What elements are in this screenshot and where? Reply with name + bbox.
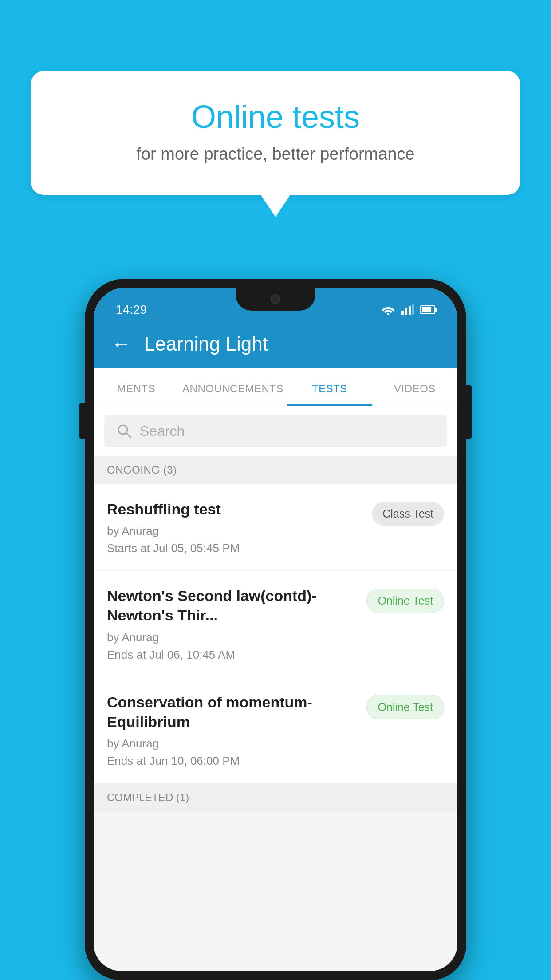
battery-icon bbox=[420, 305, 435, 314]
test-date: Ends at Jun 10, 06:00 PM bbox=[107, 754, 358, 768]
phone-frame: 14:29 bbox=[85, 279, 466, 980]
bubble-subtitle: for more practice, better performance bbox=[67, 145, 484, 164]
app-bar: ← Learning Light bbox=[94, 320, 457, 368]
test-by: by Anurag bbox=[107, 737, 358, 751]
test-list: Reshuffling test by Anurag Starts at Jul… bbox=[94, 484, 457, 783]
ongoing-section-header: ONGOING (3) bbox=[94, 456, 457, 484]
search-bar[interactable]: Search bbox=[104, 415, 447, 447]
phone-outer: 14:29 bbox=[85, 279, 466, 980]
wifi-icon bbox=[381, 304, 395, 315]
search-placeholder: Search bbox=[140, 423, 185, 439]
completed-section-header: COMPLETED (1) bbox=[94, 783, 457, 812]
status-icons bbox=[381, 301, 435, 315]
tab-announcements[interactable]: ANNOUNCEMENTS bbox=[179, 368, 287, 406]
bubble-title: Online tests bbox=[67, 98, 484, 136]
app-title: Learning Light bbox=[144, 333, 268, 355]
speech-bubble: Online tests for more practice, better p… bbox=[31, 71, 520, 195]
test-name: Conservation of momentum-Equilibrium bbox=[107, 692, 358, 731]
test-item[interactable]: Newton's Second law(contd)-Newton's Thir… bbox=[94, 571, 457, 677]
test-name: Newton's Second law(contd)-Newton's Thir… bbox=[107, 586, 358, 625]
search-container: Search bbox=[94, 406, 457, 456]
tabs-container: MENTS ANNOUNCEMENTS TESTS VIDEOS bbox=[94, 368, 457, 406]
tab-tests[interactable]: TESTS bbox=[287, 368, 372, 406]
tab-videos[interactable]: VIDEOS bbox=[372, 368, 457, 406]
speech-bubble-container: Online tests for more practice, better p… bbox=[31, 71, 520, 195]
test-badge-online-2: Online Test bbox=[366, 695, 444, 719]
test-info: Newton's Second law(contd)-Newton's Thir… bbox=[107, 586, 366, 661]
phone-notch bbox=[236, 288, 315, 311]
svg-line-6 bbox=[126, 433, 131, 438]
svg-rect-4 bbox=[412, 304, 414, 315]
test-name: Reshuffling test bbox=[107, 499, 363, 519]
tab-ments[interactable]: MENTS bbox=[94, 368, 179, 406]
test-info: Reshuffling test by Anurag Starts at Jul… bbox=[107, 499, 372, 555]
front-camera bbox=[271, 294, 280, 304]
svg-rect-1 bbox=[401, 311, 404, 315]
search-icon bbox=[117, 423, 132, 439]
svg-point-0 bbox=[387, 313, 390, 316]
test-by: by Anurag bbox=[107, 631, 358, 644]
status-time: 14:29 bbox=[116, 299, 147, 317]
phone-screen: 14:29 bbox=[94, 288, 457, 971]
test-item[interactable]: Conservation of momentum-Equilibrium by … bbox=[94, 677, 457, 783]
signal-icon bbox=[401, 304, 414, 315]
test-item[interactable]: Reshuffling test by Anurag Starts at Jul… bbox=[94, 484, 457, 571]
test-by: by Anurag bbox=[107, 524, 363, 538]
test-date: Starts at Jul 05, 05:45 PM bbox=[107, 541, 363, 555]
test-badge-class: Class Test bbox=[372, 502, 444, 526]
test-badge-online: Online Test bbox=[366, 589, 444, 613]
test-date: Ends at Jul 06, 10:45 AM bbox=[107, 648, 358, 662]
back-button[interactable]: ← bbox=[111, 334, 131, 354]
test-info: Conservation of momentum-Equilibrium by … bbox=[107, 692, 366, 768]
svg-rect-2 bbox=[405, 308, 407, 315]
svg-rect-3 bbox=[409, 306, 411, 315]
